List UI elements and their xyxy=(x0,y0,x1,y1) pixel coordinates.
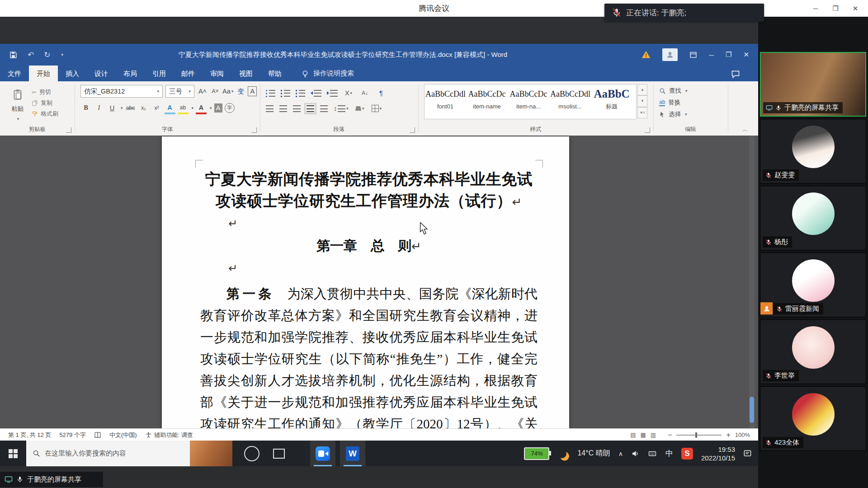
start-button[interactable] xyxy=(0,441,26,466)
replace-button[interactable]: ab 替换 xyxy=(659,97,688,108)
word-count[interactable]: 5279 个字 xyxy=(59,431,86,439)
redo-icon[interactable]: ↻ xyxy=(44,50,50,60)
read-mode-icon[interactable]: ▤ xyxy=(630,432,636,438)
highlight-button[interactable]: ab xyxy=(178,101,189,114)
underline-caret-icon[interactable]: ▾ xyxy=(121,106,123,110)
print-layout-icon[interactable]: ▦ xyxy=(640,432,646,438)
language-indicator[interactable]: 中文(中国) xyxy=(109,431,137,439)
bullets-button[interactable] xyxy=(266,90,275,97)
zoom-level[interactable]: 100% xyxy=(735,432,750,438)
tab-review[interactable]: 审阅 xyxy=(203,66,231,81)
document-page[interactable]: 宁夏大学新闻传播学院推荐优秀本科毕业生免试攻读硕士学位研究生工作管理办法（试行）… xyxy=(162,136,569,428)
participant-tile[interactable]: 雷丽霞新闻 xyxy=(760,253,866,317)
copy-button[interactable]: 复制 xyxy=(32,98,58,108)
decrease-indent-button[interactable] xyxy=(311,90,321,97)
close-icon[interactable]: ✕ xyxy=(845,5,865,13)
battery-indicator[interactable]: 74% xyxy=(524,447,549,460)
enclose-character-button[interactable]: 字 xyxy=(225,103,235,113)
zoom-slider[interactable] xyxy=(676,435,722,436)
format-painter-button[interactable]: 格式刷 xyxy=(32,108,58,119)
word-close-icon[interactable]: ✕ xyxy=(743,51,749,59)
grow-font-button[interactable]: A˄ xyxy=(197,85,208,98)
style-item-na[interactable]: AaBbCcDc item-na... xyxy=(509,86,548,116)
accessibility-status[interactable]: 辅助功能: 调查 xyxy=(155,431,193,439)
zoom-slider-thumb[interactable] xyxy=(695,432,697,438)
ribbon-display-options-icon[interactable] xyxy=(689,51,697,59)
find-button[interactable]: 查找 ▾ xyxy=(659,85,688,97)
screen-share-banner[interactable]: 于鹏亮的屏幕共享 xyxy=(0,472,103,487)
word-maximize-icon[interactable]: ❐ xyxy=(726,51,731,59)
style-title[interactable]: AaBbC 标题 xyxy=(592,86,632,116)
scrollbar-thumb[interactable] xyxy=(750,397,754,423)
styles-scroll-up-icon[interactable]: ▲ xyxy=(637,84,647,95)
underline-button[interactable]: U xyxy=(107,102,118,114)
document-scrollbar[interactable] xyxy=(749,136,755,428)
font-color-button[interactable]: A xyxy=(196,101,207,114)
styles-scroll-down-icon[interactable]: ▼ xyxy=(637,95,647,107)
strikethrough-button[interactable]: abc xyxy=(125,102,136,114)
asian-layout-button[interactable]: X▾ xyxy=(343,87,354,99)
style-item-name[interactable]: AaBbCcDc item-name xyxy=(467,86,507,116)
text-effects-button[interactable]: A xyxy=(165,101,175,114)
align-center-button[interactable] xyxy=(279,105,287,112)
show-marks-button[interactable]: ¶ xyxy=(376,87,387,99)
style-msolist[interactable]: AaBbCcDdl msolist... xyxy=(550,86,590,116)
distribute-button[interactable] xyxy=(320,105,328,112)
highlight-caret-icon[interactable]: ▾ xyxy=(192,106,194,110)
multilevel-list-button[interactable] xyxy=(296,90,305,97)
minimize-icon[interactable]: ─ xyxy=(806,5,826,12)
tab-mailings[interactable]: 邮件 xyxy=(174,66,203,81)
comments-icon[interactable] xyxy=(731,70,740,79)
participant-tile[interactable]: 423全体 xyxy=(760,386,866,451)
sogou-ime-icon[interactable]: S xyxy=(681,448,693,460)
change-case-button[interactable]: Aa▾ xyxy=(222,85,233,98)
sort-button[interactable]: A↓ xyxy=(359,87,370,99)
tab-design[interactable]: 设计 xyxy=(87,66,116,81)
taskbar-app-meeting[interactable] xyxy=(310,441,335,466)
character-border-button[interactable]: A xyxy=(248,86,257,96)
search-highlight-image[interactable] xyxy=(190,441,232,466)
cortana-button[interactable] xyxy=(244,446,259,461)
numbering-button[interactable] xyxy=(281,90,290,97)
touch-keyboard-icon[interactable] xyxy=(647,450,657,458)
align-right-button[interactable] xyxy=(293,105,301,112)
moon-icon[interactable] xyxy=(557,448,567,459)
speaker-icon[interactable] xyxy=(631,450,639,458)
style-font01[interactable]: AaBbCcDdl font01 xyxy=(425,86,465,116)
participant-tile[interactable]: 李世举 xyxy=(760,319,866,384)
tray-chevron-icon[interactable]: ∧ xyxy=(618,450,623,457)
bold-button[interactable]: B xyxy=(80,102,91,114)
participant-tile[interactable]: 杨彤 xyxy=(760,186,866,250)
tab-insert[interactable]: 插入 xyxy=(58,66,87,81)
proofing-icon[interactable] xyxy=(94,432,101,439)
tab-view[interactable]: 视图 xyxy=(231,66,260,81)
increase-indent-button[interactable] xyxy=(327,90,338,97)
font-name-select[interactable]: 仿宋_GB2312 ▾ xyxy=(80,85,163,98)
taskbar-search[interactable]: 在这里输入你要搜索的内容 xyxy=(26,441,232,466)
select-button[interactable]: 选择 ▾ xyxy=(659,108,688,120)
styles-dialog-launcher[interactable] xyxy=(645,127,650,133)
character-shading-button[interactable]: A xyxy=(214,103,222,113)
tab-home[interactable]: 开始 xyxy=(29,66,58,81)
font-dialog-launcher[interactable] xyxy=(251,127,257,133)
taskbar-app-word[interactable]: W xyxy=(340,441,365,466)
participant-tile-sharing[interactable]: 于鹏亮的屏幕共享 xyxy=(760,52,866,117)
notification-center-icon[interactable] xyxy=(743,449,752,458)
undo-icon[interactable]: ↶ xyxy=(28,50,34,60)
paragraph-dialog-launcher[interactable] xyxy=(410,127,415,133)
tab-references[interactable]: 引用 xyxy=(145,66,174,81)
ime-indicator[interactable]: 中 xyxy=(665,448,673,459)
clock[interactable]: 19:53 2022/10/15 xyxy=(701,445,735,462)
zoom-in-icon[interactable]: + xyxy=(726,431,730,439)
page-indicator[interactable]: 第 1 页, 共 12 页 xyxy=(8,431,51,439)
font-color-caret-icon[interactable]: ▾ xyxy=(210,106,212,110)
tab-layout[interactable]: 布局 xyxy=(116,66,145,81)
save-icon[interactable] xyxy=(9,51,18,59)
tell-me-search[interactable]: 操作说明搜索 xyxy=(301,66,354,81)
clipboard-dialog-launcher[interactable] xyxy=(66,127,71,133)
font-size-select[interactable]: 三号 ▾ xyxy=(165,85,194,98)
word-minimize-icon[interactable]: ─ xyxy=(709,51,714,59)
qat-dropdown-icon[interactable]: ▾ xyxy=(61,52,64,57)
collapse-ribbon-icon[interactable]: ︿ xyxy=(742,126,748,134)
styles-more-icon[interactable]: ▼≡ xyxy=(637,107,647,118)
